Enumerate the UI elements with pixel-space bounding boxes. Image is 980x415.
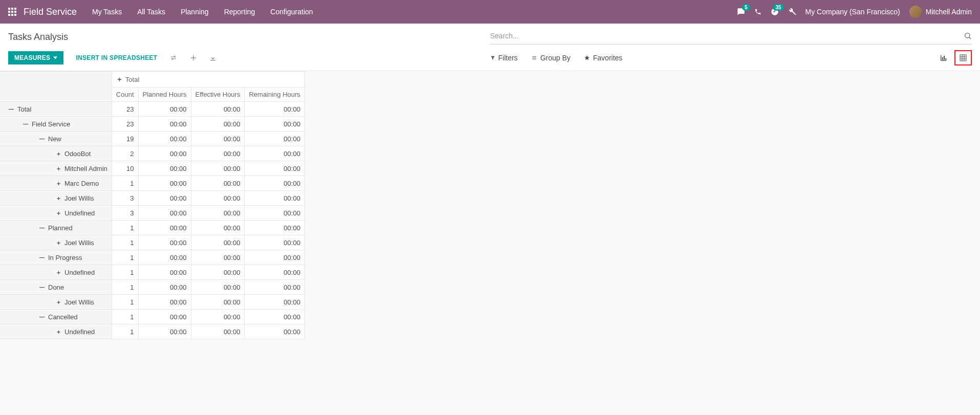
activities-badge: 35 (773, 4, 783, 11)
pivot-cell: 00:00 (245, 161, 304, 176)
view-graph-button[interactable] (935, 50, 952, 65)
pivot-cell: 1 (112, 280, 138, 295)
plus-icon: ＋ (55, 180, 61, 187)
pivot-row-label: Undefined (64, 328, 95, 336)
svg-rect-8 (14, 14, 16, 16)
download-icon[interactable] (209, 54, 216, 61)
pivot-cell: 00:00 (138, 265, 191, 280)
pivot-row-header[interactable]: —Total (0, 102, 112, 117)
brand-title[interactable]: Field Service (24, 7, 77, 17)
debug-icon[interactable] (788, 8, 796, 16)
pivot-cell: 00:00 (245, 235, 304, 250)
pivot-row-header[interactable]: —New (0, 132, 112, 146)
favorites-label: Favorites (593, 54, 623, 62)
pivot-row-header[interactable]: —In Progress (0, 250, 112, 265)
expand-all-icon[interactable] (190, 54, 197, 61)
nav-my-tasks[interactable]: My Tasks (92, 8, 122, 16)
pivot-cell: 00:00 (191, 280, 245, 295)
page-title: Tasks Analysis (8, 32, 490, 42)
pivot-cell: 00:00 (138, 176, 191, 191)
filters-dropdown[interactable]: Filters (490, 54, 518, 62)
pivot-cell: 1 (112, 235, 138, 250)
groupby-dropdown[interactable]: Group By (531, 54, 571, 62)
user-menu[interactable]: Mitchell Admin (909, 6, 972, 18)
pivot-row-header[interactable]: ＋Mitchell Admin (0, 161, 112, 176)
pivot-cell: 00:00 (191, 117, 245, 132)
svg-rect-4 (11, 11, 13, 13)
search-icon[interactable] (964, 32, 972, 40)
pivot-cell: 00:00 (191, 161, 245, 176)
pivot-row-label: Joel Willis (64, 194, 94, 202)
pivot-cell: 00:00 (191, 265, 245, 280)
insert-spreadsheet-button[interactable]: INSERT IN SPREADSHEET (76, 54, 157, 61)
pivot-row-label: OdooBot (64, 150, 91, 158)
pivot-row-header[interactable]: ＋Joel Willis (0, 295, 112, 310)
company-switcher[interactable]: My Company (San Francisco) (805, 8, 900, 16)
pivot-cell: 00:00 (191, 191, 245, 206)
pivot-row-header[interactable]: ＋OdooBot (0, 146, 112, 161)
pivot-cell: 00:00 (191, 176, 245, 191)
col-planned-hours[interactable]: Planned Hours (138, 88, 191, 102)
pivot-row-header[interactable]: —Cancelled (0, 310, 112, 324)
minus-icon: — (39, 314, 45, 320)
pivot-row-header[interactable]: ＋Undefined (0, 324, 112, 339)
phone-icon[interactable] (754, 8, 761, 15)
pivot-cell: 00:00 (138, 250, 191, 265)
pivot-cell: 00:00 (138, 132, 191, 146)
plus-icon: ＋ (55, 239, 61, 247)
pivot-table: ＋ Total Count Planned Hours Effective Ho… (0, 71, 305, 339)
plus-icon: ＋ (55, 150, 61, 158)
pivot-cell: 00:00 (191, 310, 245, 324)
pivot-row-header[interactable]: ＋Joel Willis (0, 235, 112, 250)
col-count[interactable]: Count (112, 88, 138, 102)
flip-axis-icon[interactable] (169, 54, 178, 61)
minus-icon: — (23, 121, 29, 127)
col-remaining-hours[interactable]: Remaining Hours (245, 88, 304, 102)
navbar-right: 5 35 My Company (San Francisco) Mitchell… (737, 6, 972, 18)
minus-icon: — (39, 136, 45, 142)
pivot-cell: 00:00 (245, 102, 304, 117)
messages-icon[interactable]: 5 (737, 8, 745, 16)
svg-rect-18 (942, 57, 943, 60)
measures-button[interactable]: MEASURES (8, 51, 63, 64)
activities-icon[interactable]: 35 (771, 8, 779, 16)
pivot-row-header[interactable]: ＋Marc Demo (0, 176, 112, 191)
pivot-row-label: Joel Willis (64, 239, 94, 247)
pivot-row-header[interactable]: —Planned (0, 221, 112, 235)
nav-all-tasks[interactable]: All Tasks (137, 8, 165, 16)
minus-icon: — (39, 285, 45, 290)
pivot-row-label: In Progress (48, 254, 82, 261)
favorites-dropdown[interactable]: Favorites (584, 54, 623, 62)
plus-icon: ＋ (55, 328, 61, 336)
apps-icon[interactable] (8, 8, 16, 16)
svg-point-9 (965, 33, 970, 37)
pivot-row-header[interactable]: ＋Joel Willis (0, 191, 112, 206)
pivot-row-header[interactable]: ＋Undefined (0, 265, 112, 280)
svg-rect-1 (11, 8, 13, 10)
nav-reporting[interactable]: Reporting (224, 8, 255, 16)
pivot-row-header[interactable]: ＋Undefined (0, 206, 112, 221)
svg-rect-5 (14, 11, 16, 13)
col-effective-hours[interactable]: Effective Hours (191, 88, 245, 102)
pivot-cell: 00:00 (245, 206, 304, 221)
nav-configuration[interactable]: Configuration (270, 8, 313, 16)
pivot-cell: 00:00 (245, 146, 304, 161)
pivot-cell: 00:00 (245, 117, 304, 132)
groupby-label: Group By (540, 54, 571, 62)
pivot-row-label: Total (17, 105, 31, 113)
svg-rect-6 (8, 14, 10, 16)
pivot-cell: 3 (112, 191, 138, 206)
pivot-cell: 00:00 (245, 132, 304, 146)
pivot-row-header[interactable]: —Field Service (0, 117, 112, 132)
pivot-cell: 00:00 (245, 250, 304, 265)
pivot-row-label: Cancelled (48, 313, 78, 321)
col-header-total[interactable]: ＋ Total (116, 75, 139, 84)
pivot-cell: 10 (112, 161, 138, 176)
view-pivot-button[interactable] (954, 50, 972, 65)
search-input[interactable] (490, 30, 964, 42)
nav-planning[interactable]: Planning (181, 8, 209, 16)
pivot-row-header[interactable]: —Done (0, 280, 112, 295)
pivot-row-label: Planned (48, 224, 73, 232)
pivot-cell: 00:00 (138, 235, 191, 250)
pivot-cell: 00:00 (138, 102, 191, 117)
